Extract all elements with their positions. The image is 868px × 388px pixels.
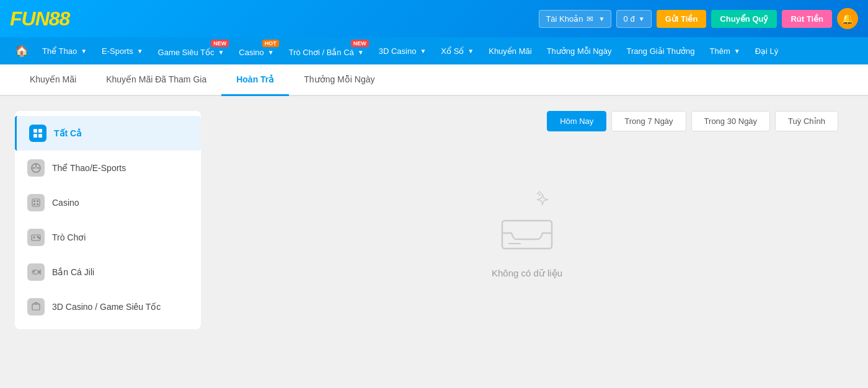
gamesieutooc-arrow-icon: ▼ bbox=[218, 49, 224, 56]
chuyenquy-button[interactable]: Chuyển Quỹ bbox=[711, 10, 777, 28]
nav-daily[interactable]: Đại Lý bbox=[749, 37, 785, 64]
nav-3dcasino-label: 3D Casino bbox=[379, 46, 417, 56]
nav-daily-label: Đại Lý bbox=[755, 46, 779, 56]
dice-icon bbox=[27, 194, 45, 211]
nav-gamesieutooc[interactable]: NEW Game Siêu Tốc ▼ bbox=[152, 37, 231, 64]
nav-trochoi-label: Trò Chơi / Bắn Cá bbox=[289, 48, 354, 57]
xoso-arrow-icon: ▼ bbox=[467, 48, 474, 55]
svg-rect-2 bbox=[33, 134, 37, 138]
svg-point-14 bbox=[38, 237, 40, 239]
nav-them[interactable]: Thêm ▼ bbox=[704, 37, 746, 64]
balance-arrow-icon: ▼ bbox=[639, 15, 645, 22]
thethao-arrow-icon: ▼ bbox=[81, 48, 87, 55]
main-content: Tất Cả Thể Thao/E-Sports bbox=[0, 96, 868, 388]
sidebar-item-casino[interactable]: Casino bbox=[15, 185, 201, 220]
nav-them-label: Thêm bbox=[710, 46, 730, 56]
sidebar-thethao-label: Thể Thao/E-Sports bbox=[52, 163, 126, 173]
svg-point-8 bbox=[34, 204, 35, 205]
svg-rect-19 bbox=[502, 221, 552, 249]
account-selector[interactable]: Tài Khoản ✉ ▼ bbox=[539, 10, 611, 28]
svg-point-13 bbox=[37, 236, 38, 237]
empty-text: Không có dữ liệu bbox=[492, 268, 562, 279]
sidebar-item-3dcasino[interactable]: 3D Casino / Game Siêu Tốc bbox=[15, 289, 201, 324]
svg-point-15 bbox=[32, 270, 38, 275]
sidebar-trochoi-label: Trò Chơi bbox=[52, 232, 86, 242]
nav-thethao[interactable]: Thể Thao ▼ bbox=[36, 37, 93, 64]
tab-khuyenmai[interactable]: Khuyến Mãi bbox=[15, 64, 91, 96]
account-arrow-icon: ▼ bbox=[598, 15, 604, 22]
filter-7ngay[interactable]: Trong 7 Ngày bbox=[611, 111, 686, 131]
svg-rect-17 bbox=[32, 304, 40, 310]
nav-khuyenmoi-label: Khuyến Mãi bbox=[489, 46, 531, 56]
tab-thuongmoingay[interactable]: Thưởng Mỗi Ngày bbox=[289, 64, 389, 96]
tab-khuyenmai-label: Khuyến Mãi bbox=[30, 74, 76, 84]
navbar: 🏠 Thể Thao ▼ E-Sports ▼ NEW Game Siêu Tố… bbox=[0, 37, 868, 64]
nav-casino-label: Casino bbox=[239, 48, 264, 57]
tab-khuyenmaithanthamgia[interactable]: Khuyến Mãi Đã Tham Gia bbox=[91, 64, 221, 96]
trochoi-arrow-icon: ▼ bbox=[358, 49, 364, 56]
content-area: Hôm Nay Trong 7 Ngày Trong 30 Ngày Tuỳ C… bbox=[201, 111, 853, 388]
nav-esports[interactable]: E-Sports ▼ bbox=[95, 37, 149, 64]
sub-tabs: Khuyến Mãi Khuyến Mãi Đã Tham Gia Hoàn T… bbox=[0, 64, 868, 96]
nav-thethao-label: Thể Thao bbox=[42, 46, 77, 56]
guitem-button[interactable]: Gửi Tiền bbox=[657, 10, 707, 28]
svg-rect-3 bbox=[38, 134, 42, 138]
currency-symbol: đ bbox=[631, 14, 635, 24]
header-right: Tài Khoản ✉ ▼ 0 đ ▼ Gửi Tiền Chuyển Quỹ … bbox=[539, 8, 858, 29]
nav-esports-label: E-Sports bbox=[102, 46, 133, 56]
nav-casino[interactable]: HOT Casino ▼ bbox=[232, 37, 280, 64]
casino3d-icon bbox=[27, 298, 45, 315]
empty-state: Không có dữ liệu bbox=[216, 146, 838, 316]
game-icon bbox=[27, 229, 45, 246]
casino-badge: HOT bbox=[262, 40, 279, 47]
home-icon: 🏠 bbox=[15, 44, 29, 58]
bell-icon: 🔔 bbox=[841, 13, 854, 25]
bell-button[interactable]: 🔔 bbox=[837, 8, 858, 29]
tab-hoantra-label: Hoàn Trả bbox=[236, 74, 274, 84]
svg-rect-1 bbox=[38, 129, 42, 133]
balance-box: 0 đ ▼ bbox=[616, 10, 651, 28]
sidebar-item-tatca[interactable]: Tất Cả bbox=[15, 116, 201, 151]
nav-thuongmoingay-label: Thưởng Mỗi Ngày bbox=[547, 46, 612, 56]
svg-rect-5 bbox=[32, 199, 40, 206]
filter-row: Hôm Nay Trong 7 Ngày Trong 30 Ngày Tuỳ C… bbox=[216, 111, 838, 131]
logo-fun: FUN bbox=[10, 7, 49, 30]
nav-tranggiaithuong-label: Trang Giải Thưởng bbox=[627, 46, 695, 56]
sidebar-item-banca[interactable]: Bắn Cá Jili bbox=[15, 255, 201, 289]
nav-tranggiaithuong[interactable]: Trang Giải Thưởng bbox=[621, 37, 701, 64]
ball-icon bbox=[27, 159, 45, 177]
sidebar-item-thethao[interactable]: Thể Thao/E-Sports bbox=[15, 151, 201, 185]
tab-thuongmoingay-label: Thưởng Mỗi Ngày bbox=[304, 74, 374, 84]
header: FUN88 Tài Khoản ✉ ▼ 0 đ ▼ Gửi Tiền Chuyể… bbox=[0, 0, 868, 37]
svg-point-16 bbox=[33, 271, 35, 273]
logo[interactable]: FUN88 bbox=[10, 7, 69, 30]
nav-khuyenmoi[interactable]: Khuyến Mãi bbox=[482, 37, 538, 64]
nav-xoso[interactable]: Xổ Số ▼ bbox=[435, 37, 480, 64]
grid-icon bbox=[29, 125, 46, 142]
rutien-button[interactable]: Rút Tiền bbox=[782, 10, 832, 28]
svg-point-9 bbox=[37, 204, 38, 205]
fish-icon bbox=[27, 263, 45, 281]
sidebar-casino-label: Casino bbox=[52, 198, 79, 208]
nav-3dcasino[interactable]: 3D Casino ▼ bbox=[373, 37, 433, 64]
casino-arrow-icon: ▼ bbox=[268, 49, 274, 56]
tab-hoantra[interactable]: Hoàn Trả bbox=[221, 64, 289, 96]
nav-home[interactable]: 🏠 bbox=[10, 37, 33, 64]
filter-homnay[interactable]: Hôm Nay bbox=[547, 111, 606, 131]
filter-tuychinch[interactable]: Tuỳ Chỉnh bbox=[775, 111, 838, 131]
sidebar-3dcasino-label: 3D Casino / Game Siêu Tốc bbox=[52, 302, 161, 312]
nav-xoso-label: Xổ Số bbox=[441, 46, 464, 56]
3dcasino-arrow-icon: ▼ bbox=[420, 48, 426, 55]
trochoi-badge: NEW bbox=[351, 40, 369, 47]
logo-88: 88 bbox=[49, 7, 70, 30]
tab-khuyenmaithanthamgia-label: Khuyến Mãi Đã Tham Gia bbox=[106, 74, 206, 84]
nav-trochoi[interactable]: NEW Trò Chơi / Bắn Cá ▼ bbox=[283, 37, 370, 64]
envelope-icon: ✉ bbox=[587, 14, 593, 24]
sidebar: Tất Cả Thể Thao/E-Sports bbox=[15, 111, 201, 329]
sidebar-item-trochoi[interactable]: Trò Chơi bbox=[15, 220, 201, 255]
svg-rect-0 bbox=[33, 129, 37, 133]
nav-thuongmoingay[interactable]: Thưởng Mỗi Ngày bbox=[541, 37, 618, 64]
filter-30ngay[interactable]: Trong 30 Ngày bbox=[691, 111, 771, 131]
gamesieutooc-badge: NEW bbox=[211, 40, 229, 47]
account-label: Tài Khoản bbox=[546, 14, 583, 24]
